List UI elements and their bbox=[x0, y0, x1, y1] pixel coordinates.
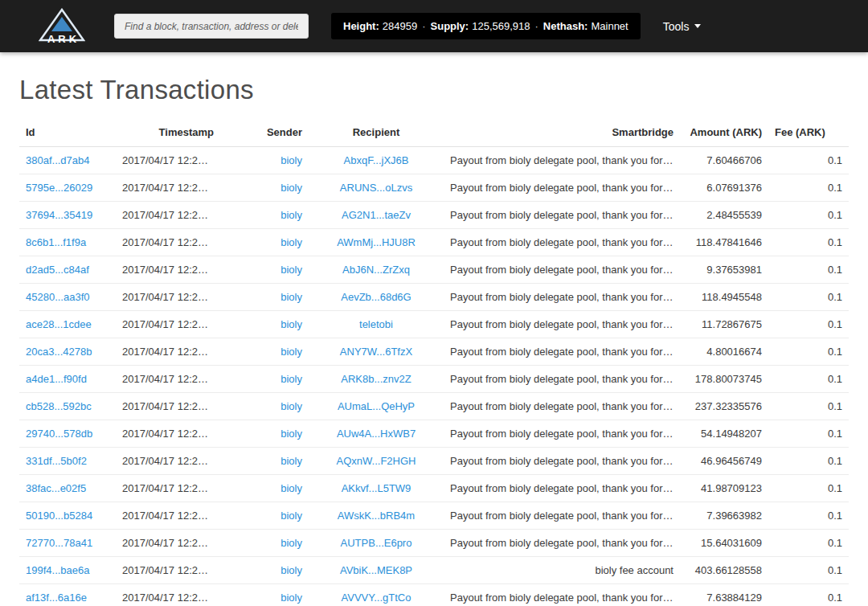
transaction-id-link[interactable]: 20ca3...4278b bbox=[26, 346, 92, 358]
sender-link[interactable]: bioly bbox=[280, 373, 302, 385]
recipient-link[interactable]: AevZb...68d6G bbox=[341, 291, 411, 303]
fee-value: 0.1 bbox=[768, 393, 849, 420]
transaction-id-link[interactable]: a4de1...f90fd bbox=[26, 373, 87, 385]
sender-link[interactable]: bioly bbox=[280, 236, 302, 248]
transaction-timestamp: 2017/04/17 12:20:35 bbox=[116, 448, 220, 475]
transaction-timestamp: 2017/04/17 12:20:33 bbox=[116, 557, 220, 584]
recipient-link[interactable]: teletobi bbox=[359, 318, 393, 330]
sender-link[interactable]: bioly bbox=[280, 264, 302, 276]
fee-value: 0.1 bbox=[768, 448, 849, 475]
sender-link[interactable]: bioly bbox=[280, 400, 302, 412]
page-title: Latest Transactions bbox=[19, 75, 849, 105]
sender-link[interactable]: bioly bbox=[280, 564, 302, 576]
amount-value: 403.66128558 bbox=[680, 557, 768, 584]
fee-value: 0.1 bbox=[768, 311, 849, 338]
recipient-link[interactable]: AUw4A...HxWB7 bbox=[337, 428, 416, 440]
transaction-id-link[interactable]: 5795e...26029 bbox=[26, 182, 92, 194]
sender-link[interactable]: bioly bbox=[280, 428, 302, 440]
transaction-id-link[interactable]: 72770...78a41 bbox=[26, 537, 92, 549]
transaction-timestamp: 2017/04/17 12:20:41 bbox=[116, 147, 220, 174]
transaction-row: 5795e...26029 2017/04/17 12:20:41 bioly … bbox=[19, 174, 849, 202]
amount-value: 6.07691376 bbox=[680, 174, 768, 202]
sender-link[interactable]: bioly bbox=[280, 209, 302, 221]
transaction-row: 45280...aa3f0 2017/04/17 12:20:37 bioly … bbox=[19, 284, 849, 311]
recipient-link[interactable]: AWmMj...HJU8R bbox=[337, 236, 416, 248]
fee-value: 0.1 bbox=[768, 502, 849, 530]
transaction-id-link[interactable]: cb528...592bc bbox=[26, 400, 92, 412]
transaction-id-link[interactable]: ace28...1cdee bbox=[26, 318, 92, 330]
transaction-id-link[interactable]: 37694...35419 bbox=[26, 209, 92, 221]
transaction-timestamp: 2017/04/17 12:20:36 bbox=[116, 338, 220, 366]
smartbridge-text: Payout from bioly delegate pool, thank y… bbox=[444, 229, 680, 256]
fee-value: 0.1 bbox=[768, 229, 849, 256]
sender-link[interactable]: bioly bbox=[280, 510, 302, 522]
transaction-id-link[interactable]: 50190...b5284 bbox=[26, 510, 92, 522]
sender-link[interactable]: bioly bbox=[280, 154, 302, 166]
transactions-table: Id Timestamp Sender Recipient Smartbridg… bbox=[19, 118, 849, 606]
recipient-link[interactable]: AVbiK...MEK8P bbox=[340, 564, 412, 576]
recipient-link[interactable]: AbJ6N...ZrZxq bbox=[342, 264, 410, 276]
column-header-recipient: Recipient bbox=[309, 118, 444, 147]
search-input[interactable] bbox=[114, 14, 309, 39]
sender-link[interactable]: bioly bbox=[280, 455, 302, 467]
recipient-link[interactable]: AQxnW...F2HGH bbox=[337, 455, 416, 467]
transaction-timestamp: 2017/04/17 12:20:37 bbox=[116, 284, 220, 311]
tools-menu-label: Tools bbox=[663, 20, 690, 33]
tools-menu[interactable]: Tools bbox=[663, 20, 702, 33]
transaction-row: af13f...6a16e 2017/04/17 12:20:33 bioly … bbox=[19, 584, 849, 606]
sender-link[interactable]: bioly bbox=[280, 592, 302, 604]
transaction-id-link[interactable]: 331df...5b0f2 bbox=[26, 455, 87, 467]
sender-link[interactable]: bioly bbox=[280, 346, 302, 358]
nethash-label: Nethash: bbox=[543, 20, 588, 32]
transaction-id-link[interactable]: 38fac...e02f5 bbox=[26, 482, 86, 494]
smartbridge-text: Payout from bioly delegate pool, thank y… bbox=[444, 311, 680, 338]
main-content: Latest Transactions Id Timestamp Sender … bbox=[0, 75, 868, 606]
recipient-link[interactable]: AKkvf...L5TW9 bbox=[342, 482, 411, 494]
sender-link[interactable]: bioly bbox=[280, 318, 302, 330]
amount-value: 7.39663982 bbox=[680, 502, 768, 530]
top-nav-bar: ARK Height: 284959 · Supply: 125,569,918… bbox=[0, 0, 868, 52]
smartbridge-text: Payout from bioly delegate pool, thank y… bbox=[444, 284, 680, 311]
recipient-link[interactable]: ARK8b...znv2Z bbox=[341, 373, 411, 385]
height-label: Height: bbox=[343, 20, 379, 32]
recipient-link[interactable]: AbxqF...jXJ6B bbox=[344, 154, 409, 166]
transaction-row: 37694...35419 2017/04/17 12:20:40 bioly … bbox=[19, 202, 849, 229]
smartbridge-text: Payout from bioly delegate pool, thank y… bbox=[444, 256, 680, 284]
transactions-table-body: 380af...d7ab4 2017/04/17 12:20:41 bioly … bbox=[19, 147, 849, 606]
transaction-id-link[interactable]: af13f...6a16e bbox=[26, 592, 87, 604]
caret-down-icon bbox=[694, 24, 701, 28]
amount-value: 7.63884129 bbox=[680, 584, 768, 606]
transaction-id-link[interactable]: 29740...578db bbox=[26, 428, 92, 440]
sender-link[interactable]: bioly bbox=[280, 291, 302, 303]
amount-value: 4.80016674 bbox=[680, 338, 768, 366]
recipient-link[interactable]: AG2N1...taeZv bbox=[342, 209, 411, 221]
recipient-link[interactable]: AVVVY...gTtCo bbox=[342, 592, 411, 604]
column-header-sender: Sender bbox=[220, 118, 309, 147]
column-header-smartbridge: Smartbridge bbox=[444, 118, 680, 147]
fee-value: 0.1 bbox=[768, 174, 849, 202]
recipient-link[interactable]: ARUNS...oLzvs bbox=[340, 182, 412, 194]
table-header-row: Id Timestamp Sender Recipient Smartbridg… bbox=[19, 118, 849, 147]
transaction-timestamp: 2017/04/17 12:20:34 bbox=[116, 475, 220, 502]
transaction-id-link[interactable]: 45280...aa3f0 bbox=[26, 291, 90, 303]
fee-value: 0.1 bbox=[768, 557, 849, 584]
transaction-timestamp: 2017/04/17 12:20:34 bbox=[116, 530, 220, 557]
transaction-id-link[interactable]: 8c6b1...f1f9a bbox=[26, 236, 86, 248]
recipient-link[interactable]: AUTPB...E6pro bbox=[341, 537, 412, 549]
recipient-link[interactable]: ANY7W...6TfzX bbox=[340, 346, 412, 358]
sender-link[interactable]: bioly bbox=[280, 537, 302, 549]
transaction-id-link[interactable]: d2ad5...c84af bbox=[26, 264, 89, 276]
recipient-link[interactable]: AUmaL...QeHyP bbox=[338, 400, 415, 412]
fee-value: 0.1 bbox=[768, 530, 849, 557]
column-header-timestamp: Timestamp bbox=[116, 118, 220, 147]
transaction-id-link[interactable]: 380af...d7ab4 bbox=[26, 154, 90, 166]
transaction-id-link[interactable]: 199f4...bae6a bbox=[26, 564, 90, 576]
transaction-row: d2ad5...c84af 2017/04/17 12:20:38 bioly … bbox=[19, 256, 849, 284]
ark-logo[interactable]: ARK bbox=[39, 8, 85, 45]
column-header-fee: Fee (ARK) bbox=[768, 118, 849, 147]
recipient-link[interactable]: AWskK...bRB4m bbox=[338, 510, 415, 522]
sender-link[interactable]: bioly bbox=[280, 482, 302, 494]
transaction-timestamp: 2017/04/17 12:20:33 bbox=[116, 584, 220, 606]
sender-link[interactable]: bioly bbox=[280, 182, 302, 194]
amount-value: 41.98709123 bbox=[680, 475, 768, 502]
